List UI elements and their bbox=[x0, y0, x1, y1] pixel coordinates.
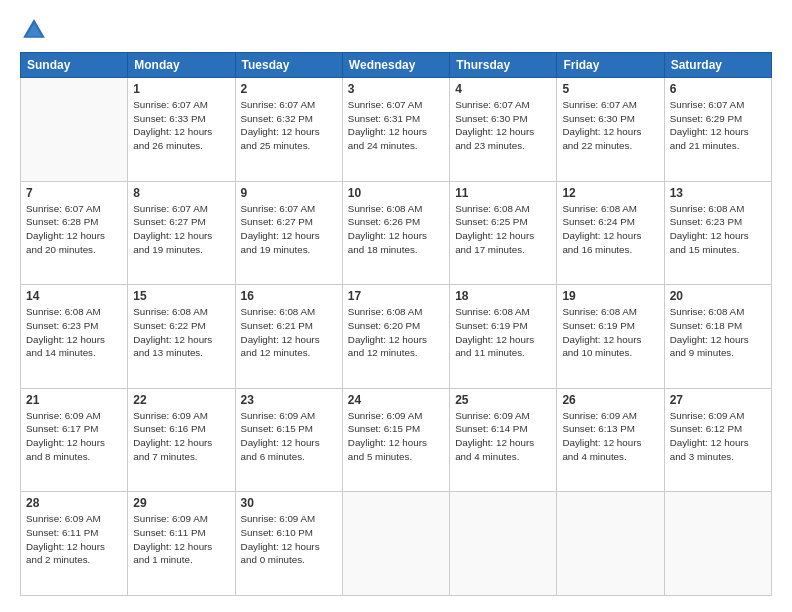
calendar-cell: 21Sunrise: 6:09 AM Sunset: 6:17 PM Dayli… bbox=[21, 388, 128, 492]
calendar-cell: 30Sunrise: 6:09 AM Sunset: 6:10 PM Dayli… bbox=[235, 492, 342, 596]
calendar-cell: 19Sunrise: 6:08 AM Sunset: 6:19 PM Dayli… bbox=[557, 285, 664, 389]
day-number: 29 bbox=[133, 496, 229, 510]
calendar-cell: 18Sunrise: 6:08 AM Sunset: 6:19 PM Dayli… bbox=[450, 285, 557, 389]
calendar-cell: 17Sunrise: 6:08 AM Sunset: 6:20 PM Dayli… bbox=[342, 285, 449, 389]
calendar-cell: 14Sunrise: 6:08 AM Sunset: 6:23 PM Dayli… bbox=[21, 285, 128, 389]
day-number: 24 bbox=[348, 393, 444, 407]
day-detail: Sunrise: 6:07 AM Sunset: 6:29 PM Dayligh… bbox=[670, 98, 766, 153]
day-number: 2 bbox=[241, 82, 337, 96]
calendar-cell: 28Sunrise: 6:09 AM Sunset: 6:11 PM Dayli… bbox=[21, 492, 128, 596]
day-detail: Sunrise: 6:07 AM Sunset: 6:27 PM Dayligh… bbox=[241, 202, 337, 257]
day-number: 16 bbox=[241, 289, 337, 303]
day-number: 25 bbox=[455, 393, 551, 407]
day-detail: Sunrise: 6:09 AM Sunset: 6:17 PM Dayligh… bbox=[26, 409, 122, 464]
calendar-cell bbox=[664, 492, 771, 596]
calendar-day-header: Friday bbox=[557, 53, 664, 78]
calendar-week-row: 21Sunrise: 6:09 AM Sunset: 6:17 PM Dayli… bbox=[21, 388, 772, 492]
day-detail: Sunrise: 6:07 AM Sunset: 6:31 PM Dayligh… bbox=[348, 98, 444, 153]
page: SundayMondayTuesdayWednesdayThursdayFrid… bbox=[0, 0, 792, 612]
day-number: 1 bbox=[133, 82, 229, 96]
day-number: 20 bbox=[670, 289, 766, 303]
calendar-cell: 23Sunrise: 6:09 AM Sunset: 6:15 PM Dayli… bbox=[235, 388, 342, 492]
calendar-cell bbox=[450, 492, 557, 596]
day-detail: Sunrise: 6:08 AM Sunset: 6:18 PM Dayligh… bbox=[670, 305, 766, 360]
logo-icon bbox=[20, 16, 48, 44]
day-number: 9 bbox=[241, 186, 337, 200]
day-detail: Sunrise: 6:07 AM Sunset: 6:30 PM Dayligh… bbox=[562, 98, 658, 153]
day-number: 15 bbox=[133, 289, 229, 303]
calendar-cell: 10Sunrise: 6:08 AM Sunset: 6:26 PM Dayli… bbox=[342, 181, 449, 285]
day-number: 5 bbox=[562, 82, 658, 96]
day-detail: Sunrise: 6:09 AM Sunset: 6:14 PM Dayligh… bbox=[455, 409, 551, 464]
calendar-week-row: 1Sunrise: 6:07 AM Sunset: 6:33 PM Daylig… bbox=[21, 78, 772, 182]
day-number: 17 bbox=[348, 289, 444, 303]
calendar-cell: 9Sunrise: 6:07 AM Sunset: 6:27 PM Daylig… bbox=[235, 181, 342, 285]
day-number: 12 bbox=[562, 186, 658, 200]
day-detail: Sunrise: 6:08 AM Sunset: 6:23 PM Dayligh… bbox=[26, 305, 122, 360]
calendar-cell: 29Sunrise: 6:09 AM Sunset: 6:11 PM Dayli… bbox=[128, 492, 235, 596]
day-detail: Sunrise: 6:08 AM Sunset: 6:21 PM Dayligh… bbox=[241, 305, 337, 360]
day-detail: Sunrise: 6:09 AM Sunset: 6:16 PM Dayligh… bbox=[133, 409, 229, 464]
calendar-cell: 4Sunrise: 6:07 AM Sunset: 6:30 PM Daylig… bbox=[450, 78, 557, 182]
day-detail: Sunrise: 6:07 AM Sunset: 6:33 PM Dayligh… bbox=[133, 98, 229, 153]
calendar-cell: 1Sunrise: 6:07 AM Sunset: 6:33 PM Daylig… bbox=[128, 78, 235, 182]
day-number: 8 bbox=[133, 186, 229, 200]
calendar-day-header: Tuesday bbox=[235, 53, 342, 78]
calendar-cell bbox=[342, 492, 449, 596]
calendar-day-header: Saturday bbox=[664, 53, 771, 78]
day-number: 3 bbox=[348, 82, 444, 96]
day-number: 22 bbox=[133, 393, 229, 407]
day-detail: Sunrise: 6:09 AM Sunset: 6:13 PM Dayligh… bbox=[562, 409, 658, 464]
day-detail: Sunrise: 6:08 AM Sunset: 6:24 PM Dayligh… bbox=[562, 202, 658, 257]
day-number: 4 bbox=[455, 82, 551, 96]
calendar-day-header: Wednesday bbox=[342, 53, 449, 78]
day-number: 18 bbox=[455, 289, 551, 303]
day-detail: Sunrise: 6:08 AM Sunset: 6:22 PM Dayligh… bbox=[133, 305, 229, 360]
calendar-cell: 27Sunrise: 6:09 AM Sunset: 6:12 PM Dayli… bbox=[664, 388, 771, 492]
day-detail: Sunrise: 6:07 AM Sunset: 6:30 PM Dayligh… bbox=[455, 98, 551, 153]
calendar-cell: 6Sunrise: 6:07 AM Sunset: 6:29 PM Daylig… bbox=[664, 78, 771, 182]
day-detail: Sunrise: 6:07 AM Sunset: 6:27 PM Dayligh… bbox=[133, 202, 229, 257]
calendar-cell: 11Sunrise: 6:08 AM Sunset: 6:25 PM Dayli… bbox=[450, 181, 557, 285]
day-number: 14 bbox=[26, 289, 122, 303]
calendar-table: SundayMondayTuesdayWednesdayThursdayFrid… bbox=[20, 52, 772, 596]
calendar-cell: 13Sunrise: 6:08 AM Sunset: 6:23 PM Dayli… bbox=[664, 181, 771, 285]
day-number: 19 bbox=[562, 289, 658, 303]
calendar-cell: 20Sunrise: 6:08 AM Sunset: 6:18 PM Dayli… bbox=[664, 285, 771, 389]
calendar-cell: 3Sunrise: 6:07 AM Sunset: 6:31 PM Daylig… bbox=[342, 78, 449, 182]
calendar-cell: 5Sunrise: 6:07 AM Sunset: 6:30 PM Daylig… bbox=[557, 78, 664, 182]
day-detail: Sunrise: 6:08 AM Sunset: 6:23 PM Dayligh… bbox=[670, 202, 766, 257]
logo bbox=[20, 16, 52, 44]
calendar-cell: 22Sunrise: 6:09 AM Sunset: 6:16 PM Dayli… bbox=[128, 388, 235, 492]
day-detail: Sunrise: 6:09 AM Sunset: 6:15 PM Dayligh… bbox=[348, 409, 444, 464]
day-detail: Sunrise: 6:08 AM Sunset: 6:26 PM Dayligh… bbox=[348, 202, 444, 257]
calendar-day-header: Monday bbox=[128, 53, 235, 78]
day-number: 26 bbox=[562, 393, 658, 407]
calendar-cell: 2Sunrise: 6:07 AM Sunset: 6:32 PM Daylig… bbox=[235, 78, 342, 182]
calendar-cell: 24Sunrise: 6:09 AM Sunset: 6:15 PM Dayli… bbox=[342, 388, 449, 492]
calendar-cell: 25Sunrise: 6:09 AM Sunset: 6:14 PM Dayli… bbox=[450, 388, 557, 492]
calendar-day-header: Thursday bbox=[450, 53, 557, 78]
header bbox=[20, 16, 772, 44]
day-detail: Sunrise: 6:08 AM Sunset: 6:19 PM Dayligh… bbox=[562, 305, 658, 360]
day-detail: Sunrise: 6:09 AM Sunset: 6:11 PM Dayligh… bbox=[26, 512, 122, 567]
day-detail: Sunrise: 6:08 AM Sunset: 6:25 PM Dayligh… bbox=[455, 202, 551, 257]
day-number: 10 bbox=[348, 186, 444, 200]
calendar-cell: 26Sunrise: 6:09 AM Sunset: 6:13 PM Dayli… bbox=[557, 388, 664, 492]
day-detail: Sunrise: 6:08 AM Sunset: 6:19 PM Dayligh… bbox=[455, 305, 551, 360]
calendar-day-header: Sunday bbox=[21, 53, 128, 78]
calendar-cell: 12Sunrise: 6:08 AM Sunset: 6:24 PM Dayli… bbox=[557, 181, 664, 285]
day-detail: Sunrise: 6:08 AM Sunset: 6:20 PM Dayligh… bbox=[348, 305, 444, 360]
day-number: 13 bbox=[670, 186, 766, 200]
day-number: 7 bbox=[26, 186, 122, 200]
calendar-week-row: 7Sunrise: 6:07 AM Sunset: 6:28 PM Daylig… bbox=[21, 181, 772, 285]
day-detail: Sunrise: 6:09 AM Sunset: 6:12 PM Dayligh… bbox=[670, 409, 766, 464]
calendar-cell: 7Sunrise: 6:07 AM Sunset: 6:28 PM Daylig… bbox=[21, 181, 128, 285]
day-detail: Sunrise: 6:07 AM Sunset: 6:28 PM Dayligh… bbox=[26, 202, 122, 257]
calendar-header-row: SundayMondayTuesdayWednesdayThursdayFrid… bbox=[21, 53, 772, 78]
day-detail: Sunrise: 6:09 AM Sunset: 6:11 PM Dayligh… bbox=[133, 512, 229, 567]
day-detail: Sunrise: 6:09 AM Sunset: 6:10 PM Dayligh… bbox=[241, 512, 337, 567]
calendar-cell: 8Sunrise: 6:07 AM Sunset: 6:27 PM Daylig… bbox=[128, 181, 235, 285]
day-detail: Sunrise: 6:07 AM Sunset: 6:32 PM Dayligh… bbox=[241, 98, 337, 153]
calendar-cell: 15Sunrise: 6:08 AM Sunset: 6:22 PM Dayli… bbox=[128, 285, 235, 389]
